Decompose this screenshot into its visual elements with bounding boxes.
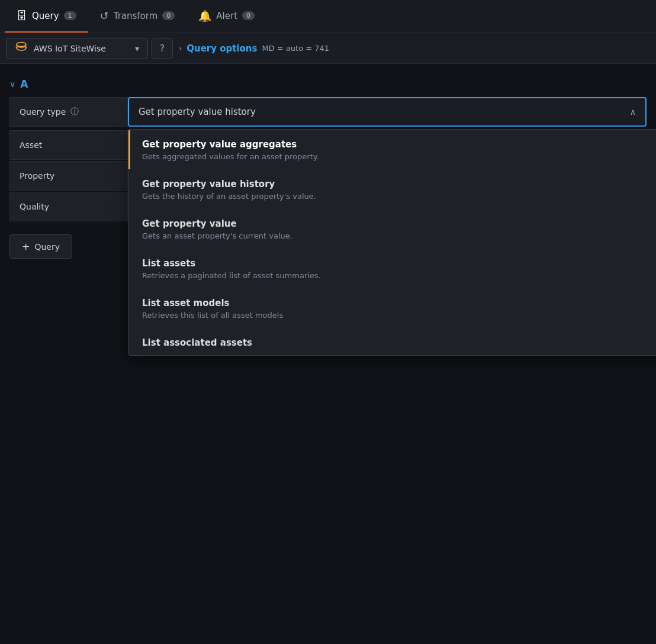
section-a: ∨ A: [0, 73, 656, 95]
query-type-dropdown-menu: Get property value aggregates Gets aggre…: [128, 129, 656, 356]
alert-icon: 🔔: [198, 9, 211, 22]
transform-icon: ↺: [100, 9, 109, 22]
query-bar: AWS IoT SiteWise ▾ ? › Query options MD …: [0, 33, 656, 64]
svg-point-2: [16, 46, 18, 48]
tab-query-label: Query: [32, 11, 59, 21]
dropdown-item-history-title: Get property value history: [142, 179, 656, 189]
tab-query[interactable]: 🗄 Query 1: [5, 0, 88, 33]
dropdown-item-list-assets-desc: Retrieves a paginated list of asset summ…: [142, 271, 656, 280]
dropdown-item-list-asset-models-title: List asset models: [142, 298, 656, 308]
property-label-row: Property: [9, 161, 128, 191]
dropdown-item-list-associated-assets[interactable]: List associated assets: [128, 328, 656, 355]
dropdown-item-aggregates[interactable]: Get property value aggregates Gets aggre…: [128, 130, 656, 169]
dropdown-item-value-title: Get property value: [142, 218, 656, 229]
query-type-dropdown-container: Get property value history ∧ Get propert…: [128, 97, 647, 223]
tab-transform[interactable]: ↺ Transform 0: [88, 0, 187, 33]
help-icon: ?: [160, 43, 165, 54]
dropdown-item-history[interactable]: Get property value history Gets the hist…: [128, 169, 656, 209]
section-label: A: [20, 78, 28, 90]
property-label: Property: [20, 171, 54, 181]
datasource-chevron-icon: ▾: [135, 44, 139, 53]
add-icon: +: [22, 241, 30, 252]
query-options-label: Query options: [186, 43, 257, 54]
section-chevron-icon[interactable]: ∨: [9, 79, 15, 89]
tab-transform-label: Transform: [114, 11, 158, 21]
datasource-label: AWS IoT SiteWise: [34, 44, 129, 53]
tab-query-badge: 1: [64, 11, 76, 20]
dropdown-item-aggregates-desc: Gets aggregated values for an asset prop…: [142, 152, 656, 161]
main-content: ∨ A Query type ⓘ Asset Property Quality …: [0, 64, 656, 271]
dropdown-item-list-associated-assets-title: List associated assets: [142, 337, 656, 348]
dropdown-item-list-assets[interactable]: List assets Retrieves a paginated list o…: [128, 249, 656, 288]
query-options-button[interactable]: › Query options: [179, 43, 257, 54]
dropdown-item-aggregates-title: Get property value aggregates: [142, 139, 656, 150]
quality-label: Quality: [20, 202, 49, 211]
asset-label: Asset: [20, 140, 42, 150]
tab-alert-badge: 0: [242, 11, 255, 20]
dropdown-item-list-asset-models-desc: Retrieves this list of all asset models: [142, 311, 656, 320]
query-type-info-icon[interactable]: ⓘ: [70, 107, 79, 117]
tab-alert-label: Alert: [216, 11, 237, 21]
quality-label-row: Quality: [9, 192, 128, 221]
dropdown-item-value[interactable]: Get property value Gets an asset propert…: [128, 209, 656, 249]
form-labels: Query type ⓘ Asset Property Quality: [9, 97, 128, 223]
query-form: Query type ⓘ Asset Property Quality Get …: [0, 97, 656, 223]
tab-bar: 🗄 Query 1 ↺ Transform 0 🔔 Alert 0: [0, 0, 656, 33]
query-type-label-row: Query type ⓘ: [9, 97, 128, 127]
dropdown-item-history-desc: Gets the history of an asset property's …: [142, 192, 656, 201]
dropdown-item-value-desc: Gets an asset property's current value.: [142, 231, 656, 240]
dropdown-item-list-assets-title: List assets: [142, 258, 656, 269]
help-button[interactable]: ?: [152, 38, 173, 59]
tab-transform-badge: 0: [162, 11, 175, 20]
dropdown-item-list-asset-models[interactable]: List asset models Retrieves this list of…: [128, 288, 656, 328]
datasource-select[interactable]: AWS IoT SiteWise ▾: [6, 38, 148, 59]
add-query-button[interactable]: + Query: [9, 234, 72, 259]
add-query-label: Query: [34, 242, 60, 252]
tab-alert[interactable]: 🔔 Alert 0: [186, 0, 266, 33]
query-type-label: Query type: [20, 107, 66, 117]
dropdown-selected-value: Get property value history: [139, 107, 256, 117]
datasource-icon: [15, 41, 28, 56]
query-type-dropdown-trigger[interactable]: Get property value history ∧: [128, 97, 647, 127]
asset-label-row: Asset: [9, 130, 128, 160]
svg-point-3: [25, 46, 27, 48]
dropdown-chevron-icon: ∧: [630, 107, 636, 117]
query-icon: 🗄: [17, 9, 27, 22]
svg-point-1: [17, 42, 26, 46]
query-options-chevron-icon: ›: [179, 44, 182, 53]
query-options-meta: MD = auto = 741: [262, 44, 329, 53]
